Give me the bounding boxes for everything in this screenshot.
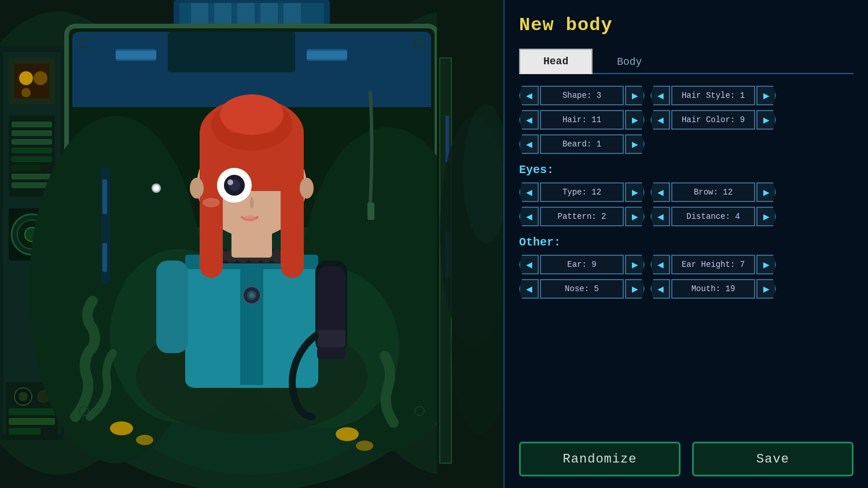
svg-point-96 (203, 198, 220, 207)
save-button[interactable]: Save (692, 442, 854, 476)
distance-value: Distance: 4 (671, 207, 755, 226)
beard-prev-btn[interactable]: ◀ (519, 134, 539, 154)
svg-rect-24 (12, 130, 52, 136)
earheight-spinner: ◀ Ear Height: 7 ▶ (650, 255, 776, 274)
panel-title: New body (519, 14, 854, 36)
svg-point-102 (356, 441, 373, 451)
svg-point-74 (249, 293, 254, 298)
mouth-value: Mouth: 19 (671, 279, 755, 299)
mouth-prev-btn[interactable]: ◀ (650, 279, 670, 299)
svg-rect-79 (317, 347, 345, 359)
brow-spinner: ◀ Brow: 12 ▶ (650, 182, 776, 202)
beard-spinner: ◀ Beard: 1 ▶ (519, 134, 645, 154)
svg-point-92 (227, 179, 233, 185)
svg-rect-26 (12, 148, 52, 153)
controls-row-2: ◀ Hair: 11 ▶ ◀ Hair Color: 9 ▶ (519, 110, 854, 130)
svg-rect-45 (9, 428, 41, 435)
eyetype-prev-btn[interactable]: ◀ (519, 182, 539, 202)
controls-row-3: ◀ Beard: 1 ▶ (519, 134, 854, 154)
distance-prev-btn[interactable]: ◀ (650, 207, 670, 226)
shape-prev-btn[interactable]: ◀ (519, 86, 539, 105)
haircolor-value: Hair Color: 9 (671, 110, 755, 130)
svg-rect-75 (156, 260, 188, 353)
svg-point-41 (19, 392, 28, 401)
svg-rect-44 (9, 418, 55, 425)
tab-head[interactable]: Head (519, 49, 593, 74)
haircolor-prev-btn[interactable]: ◀ (650, 110, 670, 130)
earheight-prev-btn[interactable]: ◀ (650, 255, 670, 274)
tab-body[interactable]: Body (593, 49, 666, 74)
ear-value: Ear: 9 (540, 255, 624, 274)
haircolor-spinner: ◀ Hair Color: 9 ▶ (650, 110, 776, 130)
svg-rect-78 (317, 330, 345, 347)
pattern-next-btn[interactable]: ▶ (625, 207, 645, 226)
svg-point-93 (244, 215, 256, 221)
eyetype-spinner: ◀ Type: 12 ▶ (519, 182, 645, 202)
haircolor-next-btn[interactable]: ▶ (756, 110, 776, 130)
svg-point-100 (136, 435, 153, 445)
nose-next-btn[interactable]: ▶ (625, 279, 645, 299)
pattern-spinner: ◀ Pattern: 2 ▶ (519, 207, 645, 226)
other-row-1: ◀ Ear: 9 ▶ ◀ Ear Height: 7 ▶ (519, 255, 854, 274)
nose-spinner: ◀ Nose: 5 ▶ (519, 279, 645, 299)
svg-point-95 (300, 178, 314, 199)
ear-prev-btn[interactable]: ◀ (519, 255, 539, 274)
eyetype-next-btn[interactable]: ▶ (625, 182, 645, 202)
svg-point-88 (220, 94, 284, 135)
svg-rect-106 (367, 203, 374, 220)
hairstyle-spinner: ◀ Hair Style: 1 ▶ (650, 86, 776, 105)
hair-prev-btn[interactable]: ◀ (519, 110, 539, 130)
svg-rect-29 (12, 174, 52, 179)
ui-panel: New body Head Body ◀ Shape: 3 ▶ ◀ Hair S… (503, 0, 868, 488)
shape-next-btn[interactable]: ▶ (625, 86, 645, 105)
svg-rect-54 (168, 32, 295, 72)
nose-prev-btn[interactable]: ◀ (519, 279, 539, 299)
svg-point-21 (21, 88, 31, 97)
other-section: Other: ◀ Ear: 9 ▶ ◀ Ear Height: 7 ▶ (519, 236, 854, 299)
mouth-spinner: ◀ Mouth: 19 ▶ (650, 279, 776, 299)
bottom-buttons: Randomize Save (519, 430, 854, 476)
svg-point-101 (336, 427, 359, 441)
svg-point-99 (110, 421, 133, 435)
hair-next-btn[interactable]: ▶ (625, 110, 645, 130)
svg-rect-51 (116, 51, 156, 59)
eyetype-value: Type: 12 (540, 182, 624, 202)
svg-rect-25 (12, 139, 52, 145)
brow-value: Brow: 12 (671, 182, 755, 202)
svg-point-98 (153, 185, 159, 191)
svg-rect-28 (12, 165, 41, 171)
brow-next-btn[interactable]: ▶ (756, 182, 776, 202)
svg-rect-105 (102, 243, 107, 272)
svg-rect-87 (281, 162, 304, 278)
ear-next-btn[interactable]: ▶ (625, 255, 645, 274)
mouth-next-btn[interactable]: ▶ (756, 279, 776, 299)
earheight-next-btn[interactable]: ▶ (756, 255, 776, 274)
svg-rect-23 (12, 122, 52, 127)
controls-row-1: ◀ Shape: 3 ▶ ◀ Hair Style: 1 ▶ (519, 86, 854, 105)
svg-rect-53 (307, 51, 347, 59)
tabs-row: Head Body (519, 47, 854, 74)
shape-hairstyle-section: ◀ Shape: 3 ▶ ◀ Hair Style: 1 ▶ ◀ Hair: 1… (519, 86, 854, 154)
svg-rect-43 (9, 408, 55, 415)
eyes-row-2: ◀ Pattern: 2 ▶ ◀ Distance: 4 ▶ (519, 207, 854, 226)
eyes-row-1: ◀ Type: 12 ▶ ◀ Brow: 12 ▶ (519, 182, 854, 202)
beard-next-btn[interactable]: ▶ (625, 134, 645, 154)
ear-spinner: ◀ Ear: 9 ▶ (519, 255, 645, 274)
nose-value: Nose: 5 (540, 279, 624, 299)
brow-prev-btn[interactable]: ◀ (650, 182, 670, 202)
svg-point-19 (19, 71, 33, 85)
hairstyle-next-btn[interactable]: ▶ (756, 86, 776, 105)
shape-value: Shape: 3 (540, 86, 624, 105)
svg-rect-27 (12, 156, 52, 162)
hair-spinner: ◀ Hair: 11 ▶ (519, 110, 645, 130)
randomize-button[interactable]: Randomize (519, 442, 681, 476)
earheight-value: Ear Height: 7 (671, 255, 755, 274)
distance-next-btn[interactable]: ▶ (756, 207, 776, 226)
beard-value: Beard: 1 (540, 134, 624, 154)
hair-value: Hair: 11 (540, 110, 624, 130)
shape-spinner: ◀ Shape: 3 ▶ (519, 86, 645, 105)
hairstyle-value: Hair Style: 1 (671, 86, 755, 105)
pattern-prev-btn[interactable]: ◀ (519, 207, 539, 226)
svg-rect-104 (102, 179, 107, 214)
hairstyle-prev-btn[interactable]: ◀ (650, 86, 670, 105)
